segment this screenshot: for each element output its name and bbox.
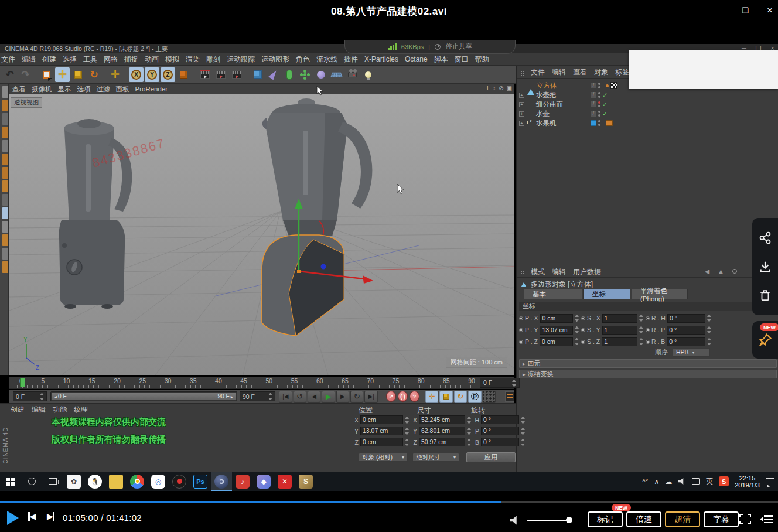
texture-tag-icon[interactable] <box>610 82 617 89</box>
position-mode-dropdown[interactable]: 对象 (相对)▾ <box>359 453 408 462</box>
y-axis-lock-icon[interactable]: Y <box>145 67 159 82</box>
menu-item[interactable]: 动画 <box>145 54 159 64</box>
ime-indicator[interactable]: 英 <box>706 476 713 486</box>
keyframe-radio-icon[interactable] <box>519 316 523 320</box>
people-icon[interactable]: ᴬ° <box>642 478 648 486</box>
photoshop-icon[interactable]: Ps <box>190 472 211 491</box>
object-row-handle[interactable]: + 水壶把 /✓ <box>517 90 778 100</box>
goto-start-icon[interactable]: |◀ <box>279 391 292 403</box>
stepper-icon[interactable] <box>575 315 579 322</box>
menu-item[interactable]: 插件 <box>344 54 358 64</box>
coordinate-field[interactable]: S . Z 1 <box>581 336 643 347</box>
file-explorer-icon[interactable] <box>105 472 127 491</box>
visibility-toggle[interactable]: / <box>591 83 596 88</box>
am-nav-icons[interactable]: ◀▲ <box>705 268 737 275</box>
keyframe-radio-icon[interactable] <box>646 340 650 344</box>
keyframe-radio-icon[interactable] <box>581 340 585 344</box>
play-button[interactable] <box>7 511 19 525</box>
last-tool-icon[interactable]: ✛ <box>108 67 122 82</box>
app-meeting-icon[interactable]: ◎ <box>148 472 169 491</box>
volume-knob[interactable] <box>566 517 572 523</box>
download-icon[interactable] <box>759 260 772 273</box>
scale-tool-icon[interactable] <box>71 67 86 82</box>
stepper-icon[interactable] <box>639 315 643 322</box>
tab-coordinates[interactable]: 坐标 <box>584 289 630 299</box>
x-axis-lock-icon[interactable]: X <box>129 67 144 82</box>
current-frame-field[interactable]: 0 F <box>480 378 520 388</box>
stepper-icon[interactable] <box>639 326 643 333</box>
visibility-toggle[interactable]: / <box>591 101 596 107</box>
clock[interactable]: 22:152019/1/3 <box>735 475 760 489</box>
fold-section-quaternion[interactable]: ▸四元 <box>519 359 777 368</box>
play-backward-icon[interactable]: ↺ <box>294 391 306 403</box>
coordinates-section-header[interactable]: 坐标 <box>519 302 777 311</box>
viewport-menu-item[interactable]: 查看 <box>12 85 26 94</box>
size-field[interactable]: Z50.97 cm <box>411 438 471 446</box>
expander-icon[interactable]: + <box>519 93 524 98</box>
menu-item[interactable]: 运动跟踪 <box>227 54 255 64</box>
timeline-window-icon[interactable] <box>505 391 514 402</box>
autokey-icon[interactable]: ( ) <box>398 391 408 402</box>
material-menu-item[interactable]: 功能 <box>53 405 67 415</box>
key-scale-icon[interactable] <box>439 391 452 403</box>
task-view-icon[interactable] <box>42 472 63 491</box>
chrome-icon[interactable] <box>127 472 148 491</box>
next-video-button[interactable]: ▶ <box>47 512 54 521</box>
coordinate-field[interactable]: S . Y 1 <box>581 324 643 336</box>
coordinate-field[interactable]: P . X 0 cm <box>519 312 579 324</box>
close-icon[interactable]: × <box>763 4 777 18</box>
previous-frame-icon[interactable]: ◀ <box>308 391 320 403</box>
live-selection-icon[interactable] <box>39 67 54 82</box>
keyframe-selection-icon[interactable] <box>483 391 496 403</box>
menu-item[interactable]: 捕捉 <box>124 54 138 64</box>
key-position-icon[interactable]: ✛ <box>425 391 438 403</box>
position-field[interactable]: X0 cm <box>353 415 409 424</box>
cortana-icon[interactable] <box>21 472 42 491</box>
frame-spinner[interactable]: 0 F <box>13 391 47 401</box>
hidden-icons-chevron[interactable]: ∧ <box>654 478 659 486</box>
network-icon[interactable] <box>692 478 700 485</box>
redo-icon[interactable]: ↷ <box>18 67 33 82</box>
coordinate-field[interactable]: P . Z 0 cm <box>519 336 579 347</box>
app-purple-icon[interactable]: ◆ <box>253 472 274 491</box>
viewport-menu-item[interactable]: 显示 <box>58 85 71 94</box>
object-row-subdivision[interactable]: + 细分曲面 /✓ <box>517 100 778 109</box>
visibility-toggle[interactable]: / <box>591 92 596 98</box>
render-picture-viewer-icon[interactable] <box>213 67 228 82</box>
material-menu-item[interactable]: 纹理 <box>74 405 88 415</box>
light-icon[interactable] <box>361 67 376 82</box>
am-menu-edit[interactable]: 编辑 <box>552 267 566 277</box>
floor-icon[interactable] <box>329 67 344 82</box>
app-gold-s-icon[interactable]: S <box>295 472 316 491</box>
stop-share-button[interactable]: 停止共享 <box>445 42 472 51</box>
move-tool-icon[interactable]: ✛ <box>55 67 70 82</box>
array-icon[interactable] <box>298 67 312 82</box>
cinema4d-taskbar-icon[interactable] <box>211 472 232 491</box>
quality-button[interactable]: 超清 <box>665 511 700 527</box>
mark-button[interactable]: 标记 <box>588 511 623 527</box>
cloud-icon[interactable]: ☁ <box>665 478 672 486</box>
grip-icon[interactable] <box>519 69 524 76</box>
recorder-icon[interactable] <box>169 472 190 491</box>
grip-icon[interactable] <box>519 269 524 276</box>
menu-item[interactable]: Octane <box>405 55 428 63</box>
viewport-menu-item[interactable]: 面板 <box>116 85 129 94</box>
menu-item[interactable]: 脚本 <box>434 54 448 64</box>
om-menu-object[interactable]: 对象 <box>594 67 608 77</box>
end-frame-spinner[interactable]: 90 F <box>240 391 275 401</box>
start-button[interactable] <box>0 472 21 491</box>
menu-item[interactable]: 角色 <box>296 54 310 64</box>
enable-check-icon[interactable]: ✓ <box>602 101 608 108</box>
om-menu-tag[interactable]: 标签 <box>615 67 629 77</box>
om-menu-edit[interactable]: 编辑 <box>552 67 566 77</box>
menu-item[interactable]: 窗口 <box>455 54 469 64</box>
keyframe-help-icon[interactable]: ? <box>410 391 419 402</box>
metaball-icon[interactable] <box>313 67 328 82</box>
fullscreen-icon[interactable] <box>739 514 751 524</box>
fold-section-freeze[interactable]: ▸冻结变换 <box>519 370 777 378</box>
viewport-menu-item[interactable]: 摄像机 <box>32 85 52 94</box>
subtitle-button[interactable]: 字幕 <box>704 511 739 527</box>
viewport[interactable]: 843338867 Y Z 查看摄像机显示选项过滤面板ProRender ✛↕⊘… <box>9 84 514 375</box>
key-rotation-icon[interactable]: ↻ <box>454 391 467 403</box>
om-menu-view[interactable]: 查看 <box>573 67 587 77</box>
